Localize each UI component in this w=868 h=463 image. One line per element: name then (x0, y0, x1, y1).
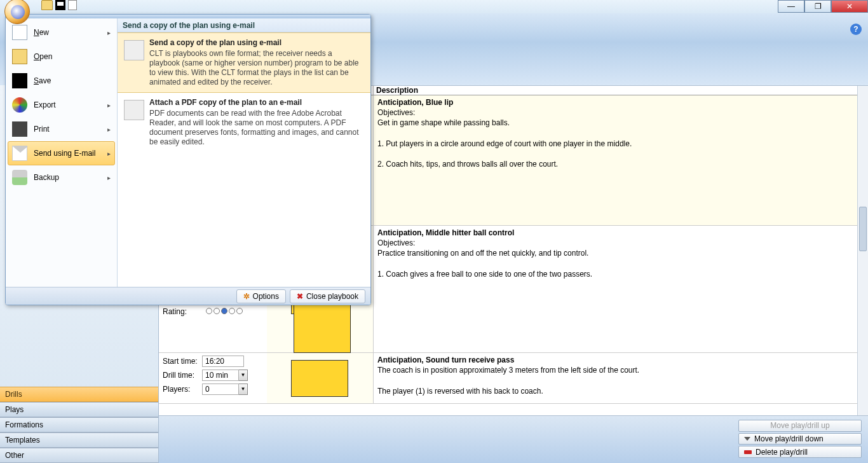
print-icon (12, 121, 27, 137)
dropdown-icon[interactable]: ▼ (239, 384, 248, 395)
menu-item-open[interactable]: Open (8, 45, 115, 69)
save-icon (12, 73, 27, 88)
start-time-label: Start time: (163, 357, 202, 366)
menu-item-label: Save (34, 76, 111, 85)
delete-icon (744, 450, 752, 454)
close-button[interactable]: ✕ (831, 0, 868, 13)
app-menu-right-header: Send a copy of the plan using e-mail (118, 18, 370, 32)
submenu-arrow-icon: ▸ (107, 150, 111, 157)
submenu-title: Send a copy of the plan using e-mail (149, 38, 364, 47)
menu-item-label: Send using E-mail (34, 149, 107, 158)
menu-item-save[interactable]: Save (8, 69, 115, 93)
save-icon[interactable] (55, 0, 65, 10)
submenu-title: Attach a PDF copy of the plan to an e-ma… (149, 98, 364, 107)
email-icon (12, 146, 27, 161)
drill-title: Anticipation, Sound turn receive pass (377, 355, 864, 365)
menu-item-label: Print (34, 125, 107, 134)
close-playbook-button[interactable]: ✖Close playbook (290, 289, 365, 303)
menu-item-label: Open (34, 52, 111, 61)
submenu-item[interactable]: Attach a PDF copy of the plan to an e-ma… (118, 93, 370, 152)
start-time-input[interactable]: 16:20 (202, 356, 244, 367)
footer-bar: Move play/drill up Move play/drill down … (159, 416, 868, 463)
table-row[interactable]: Start time:16:20Drill time:10 min▼Player… (159, 353, 868, 404)
rating-row-peek: Rating: (163, 307, 244, 316)
drill-time-select[interactable]: 10 min (202, 370, 239, 381)
menu-item-backup[interactable]: Backup▸ (8, 165, 115, 190)
submenu-arrow-icon: ▸ (107, 174, 111, 181)
menu-item-label: New (34, 28, 107, 37)
delete-button[interactable]: Delete play/drill (738, 446, 862, 458)
players-label: Players: (163, 385, 202, 394)
drill-title: Anticipation, Middle hitter ball control (377, 228, 864, 238)
title-bar: — ❐ ✕ (0, 0, 868, 13)
drill-description: Objectives:Practice transitioning on and… (377, 238, 864, 279)
players-select[interactable]: 0 (202, 384, 239, 395)
dropdown-icon[interactable]: ▼ (239, 370, 248, 381)
drill-description: The coach is in position approximately 3… (377, 365, 864, 396)
menu-item-label: Export (34, 100, 107, 109)
submenu-arrow-icon: ▸ (107, 102, 111, 109)
minimize-button[interactable]: — (778, 0, 804, 13)
options-button[interactable]: ✲Options (236, 289, 286, 303)
submenu-arrow-icon: ▸ (107, 126, 111, 133)
menu-item-export[interactable]: Export▸ (8, 93, 115, 117)
menu-item-send-using-e-mail[interactable]: Send using E-mail▸ (8, 141, 115, 165)
document-icon[interactable] (68, 0, 77, 10)
menu-item-new[interactable]: New▸ (8, 20, 115, 45)
nav-templates[interactable]: Templates (0, 432, 158, 448)
open-icon (12, 49, 27, 64)
nav-formations[interactable]: Formations (0, 417, 158, 432)
menu-item-label: Backup (34, 173, 107, 182)
submenu-description: CLT is playbooks own file format; the re… (149, 49, 364, 87)
submenu-item[interactable]: Send a copy of the plan using e-mailCLT … (118, 32, 370, 93)
menu-item-print[interactable]: Print▸ (8, 117, 115, 141)
vertical-scrollbar[interactable] (857, 86, 868, 415)
new-icon (12, 25, 27, 40)
drill-time-label: Drill time: (163, 371, 202, 380)
nav-other[interactable]: Other (0, 448, 158, 463)
maximize-button[interactable]: ❐ (804, 0, 831, 13)
drill-description: Objectives:Get in game shape while passi… (377, 107, 864, 169)
app-menu-left: New▸OpenSaveExport▸Print▸Send using E-ma… (6, 18, 118, 287)
arrow-down-icon (744, 437, 750, 441)
drill-title: Anticipation, Blue lip (377, 97, 864, 107)
nav-plays[interactable]: Plays (0, 402, 158, 417)
nav-drills[interactable]: Drills (0, 387, 158, 402)
submenu-arrow-icon: ▸ (107, 29, 111, 36)
application-menu: New▸OpenSaveExport▸Print▸Send using E-ma… (5, 14, 371, 305)
thumb-peek (280, 298, 364, 359)
help-icon[interactable]: ? (850, 24, 862, 35)
export-icon (12, 97, 27, 113)
grid-header-description: Description (374, 86, 868, 95)
backup-icon (12, 170, 27, 185)
submenu-icon (124, 40, 144, 60)
submenu-icon (124, 100, 144, 120)
drill-thumbnail (267, 353, 373, 403)
rating-dots[interactable] (206, 307, 244, 316)
folder-icon (41, 0, 53, 10)
submenu-description: PDF documents can be read with the free … (149, 109, 364, 147)
move-down-button[interactable]: Move play/drill down (738, 433, 862, 445)
move-up-button: Move play/drill up (738, 420, 862, 432)
rating-label: Rating: (163, 307, 194, 316)
